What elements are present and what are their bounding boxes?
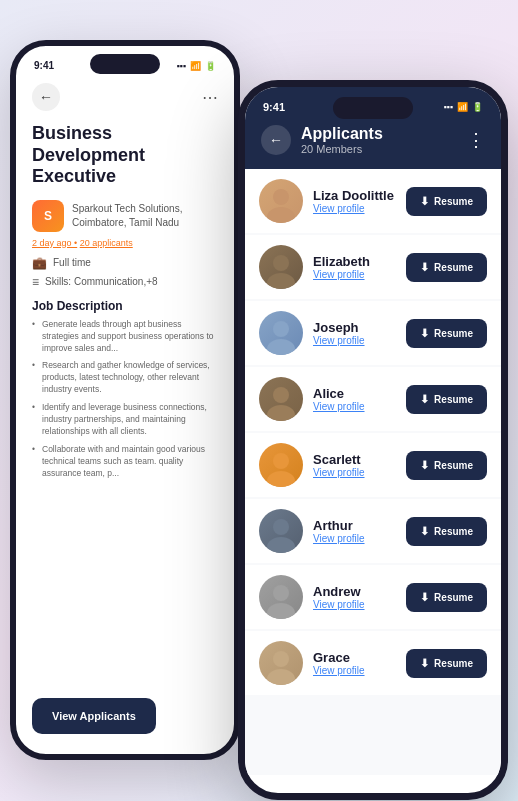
back-header: ← ⋯ <box>32 83 218 111</box>
company-location: Coimbatore, Tamil Nadu <box>72 216 182 230</box>
job-type: Full time <box>53 257 91 268</box>
svg-point-2 <box>273 255 289 271</box>
download-icon: ⬇ <box>420 657 429 670</box>
time-back: 9:41 <box>34 60 54 71</box>
back-button[interactable]: ← <box>32 83 60 111</box>
avatar-alice <box>259 377 303 421</box>
svg-point-4 <box>273 321 289 337</box>
applicant-link-joseph[interactable]: View profile <box>313 335 396 346</box>
applicant-info-joseph: Joseph View profile <box>313 320 396 346</box>
resume-button-elizabeth[interactable]: ⬇ Resume <box>406 253 487 282</box>
download-icon: ⬇ <box>420 393 429 406</box>
list-item: Liza Doolittle View profile ⬇ Resume <box>245 169 501 233</box>
applicants-header: ← Applicants 20 Members ⋮ <box>245 117 501 169</box>
applicants-link[interactable]: 20 applicants <box>80 238 133 248</box>
job-desc-item-4: Collaborate with and maintain good vario… <box>32 444 218 480</box>
dynamic-island-front <box>333 97 413 119</box>
status-icons-front: ▪▪▪ 📶 🔋 <box>443 102 483 112</box>
company-name: Sparkout Tech Solutions, <box>72 202 182 216</box>
applicant-info-alice: Alice View profile <box>313 386 396 412</box>
applicants-back-button[interactable]: ← <box>261 125 291 155</box>
download-icon: ⬇ <box>420 459 429 472</box>
resume-button-alice[interactable]: ⬇ Resume <box>406 385 487 414</box>
list-item: Joseph View profile ⬇ Resume <box>245 301 501 365</box>
applicant-link-grace[interactable]: View profile <box>313 665 396 676</box>
applicant-link-arthur[interactable]: View profile <box>313 533 396 544</box>
applicant-name-andrew: Andrew <box>313 584 396 599</box>
job-details-screen: ← ⋯ Business Development Executive S Spa… <box>16 75 234 735</box>
svg-point-9 <box>267 471 295 487</box>
resume-button-joseph[interactable]: ⬇ Resume <box>406 319 487 348</box>
applicant-info-scarlett: Scarlett View profile <box>313 452 396 478</box>
job-title: Business Development Executive <box>32 123 218 188</box>
resume-button-andrew[interactable]: ⬇ Resume <box>406 583 487 612</box>
list-item: Grace View profile ⬇ Resume <box>245 631 501 695</box>
job-desc-title: Job Description <box>32 299 218 313</box>
battery-icon: 🔋 <box>205 61 216 71</box>
download-icon: ⬇ <box>420 525 429 538</box>
svg-point-0 <box>273 189 289 205</box>
wifi-icon: 📶 <box>190 61 201 71</box>
applicant-name-joseph: Joseph <box>313 320 396 335</box>
applicant-name-grace: Grace <box>313 650 396 665</box>
applicants-more-icon[interactable]: ⋮ <box>467 129 485 151</box>
list-item: Scarlett View profile ⬇ Resume <box>245 433 501 497</box>
applicant-link-alice[interactable]: View profile <box>313 401 396 412</box>
applicant-name-elizabeth: Elizabeth <box>313 254 396 269</box>
applicants-count: 20 Members <box>301 143 467 155</box>
job-type-row: 💼 Full time <box>32 256 218 270</box>
signal-icon-front: ▪▪▪ <box>443 102 453 112</box>
download-icon: ⬇ <box>420 591 429 604</box>
skills: Skills: Communication,+8 <box>45 276 158 287</box>
meta-row: 2 day ago • 20 applicants <box>32 238 218 248</box>
svg-point-8 <box>273 453 289 469</box>
applicant-link-liza[interactable]: View profile <box>313 203 396 214</box>
applicant-link-andrew[interactable]: View profile <box>313 599 396 610</box>
applicant-name-liza: Liza Doolittle <box>313 188 396 203</box>
avatar-elizabeth <box>259 245 303 289</box>
applicants-title: Applicants <box>301 125 467 143</box>
applicant-link-scarlett[interactable]: View profile <box>313 467 396 478</box>
svg-point-3 <box>267 273 295 289</box>
svg-point-12 <box>273 585 289 601</box>
svg-point-5 <box>267 339 295 355</box>
job-desc-item-3: Identify and leverage business connectio… <box>32 402 218 438</box>
job-type-icon: 💼 <box>32 256 47 270</box>
company-info: Sparkout Tech Solutions, Coimbatore, Tam… <box>72 202 182 230</box>
signal-icon: ▪▪▪ <box>176 61 186 71</box>
posted-time: 2 day ago • <box>32 238 77 248</box>
status-icons-back: ▪▪▪ 📶 🔋 <box>176 61 216 71</box>
skills-row: ≡ Skills: Communication,+8 <box>32 275 218 289</box>
applicant-info-arthur: Arthur View profile <box>313 518 396 544</box>
list-item: Arthur View profile ⬇ Resume <box>245 499 501 563</box>
svg-point-7 <box>267 405 295 421</box>
applicant-name-scarlett: Scarlett <box>313 452 396 467</box>
company-row: S Sparkout Tech Solutions, Coimbatore, T… <box>32 200 218 232</box>
resume-button-liza[interactable]: ⬇ Resume <box>406 187 487 216</box>
applicants-list: Liza Doolittle View profile ⬇ Resume Eli… <box>245 169 501 775</box>
view-applicants-button[interactable]: View Applicants <box>32 698 156 734</box>
avatar-scarlett <box>259 443 303 487</box>
applicant-link-elizabeth[interactable]: View profile <box>313 269 396 280</box>
svg-point-11 <box>267 537 295 553</box>
avatar-arthur <box>259 509 303 553</box>
job-desc-item-1: Generate leads through apt business stra… <box>32 319 218 355</box>
resume-button-scarlett[interactable]: ⬇ Resume <box>406 451 487 480</box>
applicant-info-andrew: Andrew View profile <box>313 584 396 610</box>
time-front: 9:41 <box>263 101 285 113</box>
more-options-icon[interactable]: ⋯ <box>202 88 218 107</box>
resume-button-arthur[interactable]: ⬇ Resume <box>406 517 487 546</box>
applicant-info-grace: Grace View profile <box>313 650 396 676</box>
company-logo: S <box>32 200 64 232</box>
avatar-grace <box>259 641 303 685</box>
applicant-info-elizabeth: Elizabeth View profile <box>313 254 396 280</box>
avatar-joseph <box>259 311 303 355</box>
applicant-name-alice: Alice <box>313 386 396 401</box>
resume-button-grace[interactable]: ⬇ Resume <box>406 649 487 678</box>
svg-point-6 <box>273 387 289 403</box>
applicant-name-arthur: Arthur <box>313 518 396 533</box>
wifi-icon-front: 📶 <box>457 102 468 112</box>
dynamic-island-back <box>90 54 160 74</box>
svg-point-15 <box>267 669 295 685</box>
phone-back: 9:41 ▪▪▪ 📶 🔋 ← ⋯ Business Development Ex… <box>10 40 240 760</box>
